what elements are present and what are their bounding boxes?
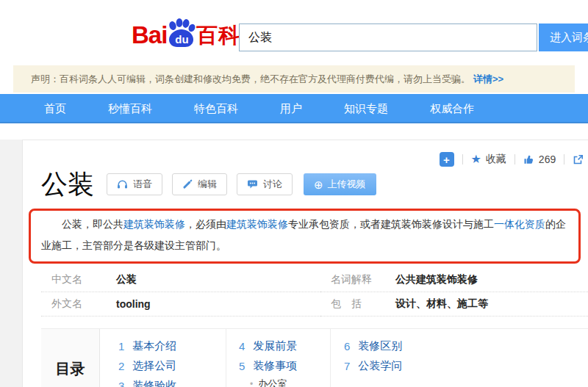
toc-number: 4 <box>239 340 245 352</box>
summary-text: 专业承包资质，或者建筑装饰装修设计与施工 <box>288 218 494 230</box>
disclaimer-bar: 声明：百科词条人人可编辑，词条创建和修改均免费，绝不存在官方及代理商付费代编，请… <box>13 65 575 93</box>
toc-link: 装修区别 <box>358 339 402 353</box>
circle-plus-icon: ⊕ <box>314 179 323 190</box>
page-left-gutter <box>0 140 22 387</box>
basic-info-table: 中文名 公装 名词解释 公共建筑装饰装修 外文名 tooling 包 括 设计、… <box>41 268 588 317</box>
voice-button[interactable]: 语音 <box>107 173 162 195</box>
star-icon: ★ <box>471 153 481 165</box>
summary-link[interactable]: 一体化资质 <box>494 218 545 230</box>
baidu-paw-icon: du <box>165 17 198 51</box>
toc-number: 2 <box>118 360 124 372</box>
summary-paragraph: 公装，即公共建筑装饰装修，必须由建筑装饰装修专业承包资质，或者建筑装饰装修设计与… <box>41 214 568 256</box>
toc-item-4[interactable]: 4 发展前景 <box>239 336 330 356</box>
toc-item-1[interactable]: 1 基本介绍 <box>118 336 226 356</box>
speech-bubble-icon <box>247 179 258 189</box>
upload-video-button[interactable]: ⊕ 上传视频 <box>304 173 376 195</box>
info-label: 名词解释 <box>331 273 395 286</box>
summary-text: ，必须由 <box>185 218 226 230</box>
toc-number: 7 <box>344 360 350 372</box>
nav-item-home[interactable]: 首页 <box>44 94 66 123</box>
nav-item-miaodong[interactable]: 秒懂百科 <box>108 94 152 123</box>
toc-column-1: 1 基本介绍 2 选择公司 3 装修验收 <box>118 329 226 387</box>
bullet-icon: • <box>250 379 253 387</box>
info-label: 中文名 <box>51 273 116 286</box>
toc-item-3[interactable]: 3 装修验收 <box>118 376 226 387</box>
page-title: 公装 <box>41 171 94 198</box>
nav-item-users[interactable]: 用户 <box>280 94 302 123</box>
divider <box>564 154 564 164</box>
edit-label: 编辑 <box>198 178 217 191</box>
info-value: tooling <box>116 298 151 310</box>
baike-logo[interactable]: Bai du 百科 <box>132 15 240 48</box>
toc-column-2: 4 发展前景 5 装修事项 • 办公室 • 酒店 <box>226 329 330 387</box>
toc-item-6[interactable]: 6 装修区别 <box>344 336 433 356</box>
info-row: 包 括 设计、材料、施工等 <box>320 292 588 317</box>
title-row: 公装 语音 编辑 <box>41 171 588 198</box>
highlight-box: 公装，即公共建筑装饰装修，必须由建筑装饰装修专业承包资质，或者建筑装饰装修设计与… <box>29 209 581 264</box>
add-icon[interactable]: + <box>440 152 454 167</box>
divider <box>462 154 463 164</box>
toc-title: 目录 <box>41 329 100 387</box>
enter-entry-button[interactable]: 进入词条 <box>539 23 588 51</box>
like-count: 269 <box>539 153 556 165</box>
collect-label: 收藏 <box>486 153 506 166</box>
toc-link: 装修事项 <box>253 359 297 373</box>
svg-text:du: du <box>176 33 189 46</box>
toc-item-7[interactable]: 7 公装学问 <box>344 356 433 376</box>
info-label: 包 括 <box>331 297 395 311</box>
info-row: 外文名 tooling <box>41 292 320 317</box>
toc-subitem-office[interactable]: • 办公室 <box>239 376 330 387</box>
share-icon <box>573 154 584 165</box>
article-actions: + ★ 收藏 269 4 <box>440 152 588 167</box>
summary-link[interactable]: 建筑装饰装修 <box>123 218 185 230</box>
main-nav: 首页 秒懂百科 特色百科 用户 知识专题 权威合作 <box>0 94 588 123</box>
info-row: 中文名 公装 <box>41 268 320 292</box>
logo-text-bai: Bai <box>132 23 167 48</box>
discuss-button[interactable]: 讨论 <box>237 173 293 195</box>
nav-item-featured[interactable]: 特色百科 <box>194 94 238 123</box>
discuss-label: 讨论 <box>263 178 282 191</box>
toc-link: 发展前景 <box>253 339 297 353</box>
article-card: + ★ 收藏 269 4 <box>22 140 588 387</box>
divider <box>514 154 515 164</box>
toc-link: 装修验收 <box>132 379 176 387</box>
like-button[interactable]: 269 <box>523 153 556 165</box>
toc-columns: 1 基本介绍 2 选择公司 3 装修验收 4 发展前景 5 <box>100 329 433 387</box>
nav-item-authority[interactable]: 权威合作 <box>430 94 474 123</box>
nav-item-topics[interactable]: 知识专题 <box>344 94 388 123</box>
header: Bai du 百科 进入词条 <box>0 0 588 62</box>
edit-button[interactable]: 编辑 <box>172 173 227 195</box>
logo-text-baike: 百科 <box>196 25 240 48</box>
disclaimer-details-link[interactable]: 详情>> <box>473 73 503 86</box>
thumbs-up-icon <box>523 154 534 165</box>
search-input[interactable] <box>239 23 537 51</box>
info-label: 外文名 <box>51 297 116 311</box>
voice-label: 语音 <box>133 178 152 191</box>
toc-item-5[interactable]: 5 装修事项 <box>239 356 330 376</box>
toc-number: 5 <box>239 360 245 372</box>
info-value: 设计、材料、施工等 <box>395 297 488 311</box>
toc-column-3: 6 装修区别 7 公装学问 <box>330 329 433 387</box>
toc-item-2[interactable]: 2 选择公司 <box>118 356 226 376</box>
toc-link: 基本介绍 <box>132 339 176 353</box>
summary-text: 公装，即公共 <box>62 218 123 230</box>
pencil-icon <box>182 179 193 189</box>
toc-link: 选择公司 <box>132 359 176 373</box>
summary-link[interactable]: 建筑装饰装修 <box>226 218 288 230</box>
collect-button[interactable]: ★ 收藏 <box>471 153 506 166</box>
toc-sub-label: 办公室 <box>258 377 287 387</box>
upload-video-label: 上传视频 <box>328 178 366 191</box>
toc: 目录 1 基本介绍 2 选择公司 3 装修验收 4 发展前景 <box>41 328 588 387</box>
toc-number: 6 <box>344 340 350 352</box>
share-button[interactable]: 4 <box>573 153 588 165</box>
toc-link: 公装学问 <box>358 359 402 373</box>
info-value: 公装 <box>116 273 137 286</box>
toc-number: 1 <box>118 340 124 352</box>
headphones-icon <box>117 179 128 189</box>
disclaimer-text: 声明：百科词条人人可编辑，词条创建和修改均免费，绝不存在官方及代理商付费代编，请… <box>31 73 470 86</box>
info-row: 名词解释 公共建筑装饰装修 <box>320 268 588 292</box>
info-value: 公共建筑装饰装修 <box>395 273 478 286</box>
toc-number: 3 <box>118 380 124 387</box>
